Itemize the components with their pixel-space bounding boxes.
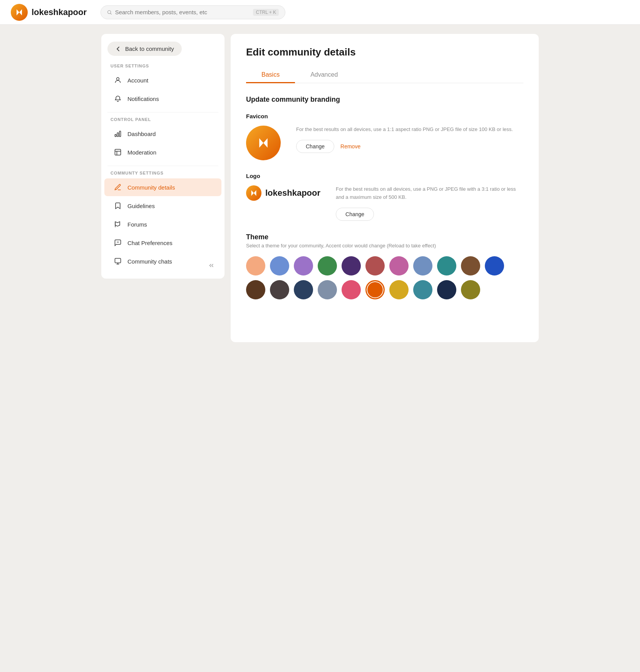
sidebar-divider-2 [107,166,218,166]
svg-marker-16 [254,190,256,196]
color-swatch-blue[interactable] [270,256,289,276]
color-swatch-orange[interactable] [365,280,385,299]
favicon-hint: For the best results on all devices, use… [296,126,523,134]
color-swatch-peach[interactable] [246,256,265,276]
user-settings-label: USER SETTINGS [101,64,225,68]
svg-marker-15 [251,190,254,196]
content-area: Edit community details Basics Advanced U… [231,34,539,342]
svg-line-3 [111,13,112,14]
svg-marker-14 [263,138,268,148]
search-input[interactable] [115,9,250,15]
sidebar-item-moderation[interactable]: Moderation [104,143,221,161]
color-swatch-green[interactable] [318,256,337,276]
tabs: Basics Advanced [246,67,523,83]
theme-hint: Select a theme for your community, Accen… [246,243,523,249]
color-swatch-teal2[interactable] [413,280,432,299]
pencil-icon [114,183,122,192]
chart-icon [114,129,122,138]
sidebar-divider-1 [107,112,218,113]
svg-rect-7 [119,131,121,136]
sidebar: Back to community USER SETTINGS Account … [101,34,225,279]
branding-section: Update community branding Favicon For th… [246,96,523,299]
branding-title: Update community branding [246,96,523,104]
color-swatch-dark-navy[interactable] [437,280,456,299]
back-to-community-button[interactable]: Back to community [107,42,182,56]
chat-icon [114,239,122,247]
color-grid [246,256,523,299]
flag-icon [114,220,122,228]
favicon-remove-button[interactable]: Remove [340,143,360,150]
favicon-change-button[interactable]: Change [296,140,334,153]
logo-hint: For the best results on all devices, use… [336,185,523,202]
svg-marker-13 [259,138,263,148]
logo-label: Logo [246,173,523,179]
theme-label: Theme [246,233,523,241]
color-swatch-yellow[interactable] [389,280,409,299]
sidebar-collapse-button[interactable] [204,259,218,272]
sidebar-item-account[interactable]: Account [104,71,221,89]
sidebar-item-dashboard[interactable]: Dashboard [104,125,221,143]
arrow-left-icon [115,46,121,52]
logo-image: lokeshkapoor [246,185,320,201]
topnav: lokeshkapoor CTRL + K [0,0,640,25]
moderation-icon [114,148,122,156]
color-swatch-teal[interactable] [437,256,456,276]
theme-section: Theme Select a theme for your community,… [246,233,523,299]
svg-point-4 [117,77,119,80]
search-shortcut: CTRL + K [253,9,279,16]
favicon-preview [246,126,281,160]
svg-rect-5 [115,134,116,137]
favicon-field-row: For the best results on all devices, use… [246,126,523,160]
color-swatch-steel-blue[interactable] [413,256,432,276]
color-swatch-dark-purple[interactable] [342,256,361,276]
color-swatch-dark-brown[interactable] [246,280,265,299]
color-swatch-cobalt[interactable] [485,256,504,276]
svg-marker-1 [19,9,22,15]
sidebar-item-guidelines[interactable]: Guidelines [104,197,221,215]
control-panel-label: CONTROL PANEL [101,117,225,122]
sidebar-item-community-details[interactable]: Community details [104,178,221,196]
bell-icon [114,94,122,103]
color-swatch-charcoal[interactable] [270,280,289,299]
color-swatch-olive[interactable] [461,280,480,299]
favicon-label: Favicon [246,113,523,119]
color-swatch-muted-red[interactable] [365,256,385,276]
sidebar-item-notifications[interactable]: Notifications [104,90,221,108]
favicon-info: For the best results on all devices, use… [296,126,523,153]
main-layout: Back to community USER SETTINGS Account … [89,25,551,351]
color-swatch-brown[interactable] [461,256,480,276]
chat-box-icon [114,257,122,265]
page-title: Edit community details [246,46,523,58]
sidebar-item-chat-preferences[interactable]: Chat Preferences [104,234,221,252]
person-icon [114,76,122,84]
favicon-image [246,126,281,160]
color-swatch-purple[interactable] [294,256,313,276]
color-swatch-magenta[interactable] [389,256,409,276]
logo-field-row: lokeshkapoor For the best results on all… [246,185,523,221]
logo-actions: Change [336,208,523,221]
brand-logo-icon [11,4,28,21]
sidebar-item-forums[interactable]: Forums [104,215,221,233]
svg-marker-0 [17,9,19,15]
logo-info: For the best results on all devices, use… [336,185,523,221]
tab-advanced[interactable]: Advanced [295,67,353,83]
bookmark-icon [114,202,122,210]
community-settings-label: COMMUNTY SETTINGS [101,171,225,175]
svg-rect-12 [115,259,121,263]
logo-preview: lokeshkapoor [246,185,320,201]
color-swatch-slate[interactable] [318,280,337,299]
tab-basics[interactable]: Basics [246,67,295,83]
search-icon [107,9,112,15]
svg-rect-8 [115,150,121,155]
brand: lokeshkapoor [11,4,87,21]
color-swatch-navy[interactable] [294,280,313,299]
sidebar-item-community-chats[interactable]: Community chats [104,252,221,270]
color-swatch-coral[interactable] [342,280,361,299]
logo-change-button[interactable]: Change [336,208,374,221]
svg-rect-6 [117,133,118,137]
favicon-actions: Change Remove [296,140,523,153]
logo-icon [246,185,261,201]
search-bar[interactable]: CTRL + K [101,5,285,19]
